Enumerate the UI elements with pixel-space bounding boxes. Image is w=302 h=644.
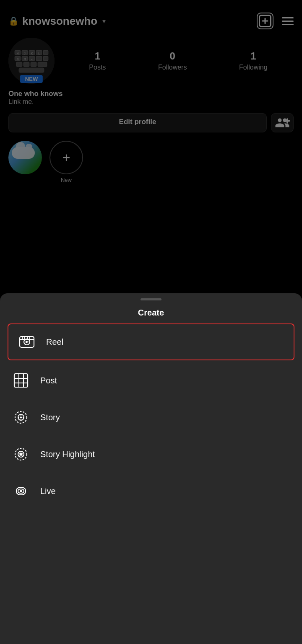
svg-text:J: J — [24, 52, 26, 55]
edit-profile-button[interactable]: Edit profile — [8, 113, 267, 132]
cloud-shape — [12, 147, 35, 159]
svg-text:L: L — [38, 52, 40, 55]
reel-icon — [18, 333, 36, 351]
highlight-item-sky[interactable] — [8, 141, 42, 183]
post-label: Post — [40, 376, 57, 385]
svg-rect-18 — [19, 68, 44, 72]
following-label: Following — [239, 64, 268, 71]
create-post-item[interactable]: Post — [0, 362, 302, 399]
action-buttons: Edit profile — [8, 113, 294, 132]
stat-posts[interactable]: 1 Posts — [89, 50, 106, 71]
display-name: One who knows — [8, 90, 294, 98]
bottom-sheet: Create Reel — [0, 293, 302, 644]
profile-area: 🔒 knowsonewho ▾ — [0, 0, 302, 191]
add-person-icon — [275, 115, 290, 130]
create-live-item[interactable]: Live — [0, 473, 302, 510]
story-icon — [12, 408, 30, 427]
bio-text: Link me. — [8, 98, 294, 106]
stats-row: 1 Posts 0 Followers 1 Following — [63, 50, 294, 71]
hamburger-line-3 — [282, 24, 294, 25]
add-person-button[interactable] — [271, 113, 294, 132]
svg-rect-12 — [36, 56, 42, 61]
menu-button[interactable] — [282, 17, 294, 25]
story-highlight-label: Story Highlight — [40, 450, 95, 459]
hamburger-line-1 — [282, 17, 294, 18]
live-label: Live — [40, 486, 56, 496]
header-left: 🔒 knowsonewho ▾ — [8, 15, 106, 28]
highlight-item-new[interactable]: + New — [49, 141, 83, 183]
reel-label: Reel — [46, 337, 63, 347]
bio-section: One who knows Link me. — [8, 90, 294, 106]
username[interactable]: knowsonewho — [22, 15, 97, 28]
svg-rect-16 — [31, 62, 36, 67]
chevron-down-icon[interactable]: ▾ — [102, 17, 106, 25]
plus-square-icon — [258, 13, 273, 28]
highlight-add-circle[interactable]: + — [49, 141, 83, 174]
create-story-item[interactable]: Story — [0, 399, 302, 436]
highlight-circle-sky — [8, 141, 42, 174]
followers-label: Followers — [158, 64, 187, 71]
highlights-row: + New — [8, 141, 294, 191]
live-icon — [12, 482, 30, 500]
svg-rect-13 — [43, 56, 48, 61]
posts-label: Posts — [89, 64, 106, 71]
story-label: Story — [40, 413, 60, 422]
followers-count: 0 — [170, 50, 175, 62]
svg-rect-15 — [23, 62, 29, 67]
svg-rect-36 — [14, 374, 28, 387]
header-right — [257, 13, 294, 29]
svg-rect-14 — [16, 62, 22, 67]
new-post-button[interactable] — [257, 13, 273, 29]
lock-icon: 🔒 — [8, 16, 19, 26]
svg-text:M: M — [24, 58, 26, 61]
svg-point-51 — [20, 490, 22, 492]
svg-rect-17 — [38, 62, 47, 67]
create-reel-item[interactable]: Reel — [8, 323, 294, 360]
stat-followers[interactable]: 0 Followers — [158, 50, 187, 71]
svg-text:<: < — [31, 58, 33, 61]
highlight-new-label: New — [61, 177, 72, 183]
story-highlight-icon — [12, 445, 30, 463]
new-badge: NEW — [20, 75, 43, 83]
header: 🔒 knowsonewho ▾ — [8, 8, 294, 38]
svg-text:N: N — [17, 58, 18, 61]
create-story-highlight-item[interactable]: Story Highlight — [0, 436, 302, 473]
avatar-container: HJK L NM< NEW — [8, 38, 55, 84]
svg-rect-8 — [43, 50, 48, 55]
hamburger-line-2 — [282, 21, 294, 22]
svg-text:H: H — [17, 52, 18, 55]
posts-count: 1 — [95, 50, 100, 62]
svg-marker-30 — [26, 341, 29, 344]
profile-info-row: HJK L NM< NEW 1 Posts 0 Followers 1 Foll… — [8, 38, 294, 84]
highlight-add-plus-icon: + — [62, 151, 70, 164]
following-count: 1 — [250, 50, 256, 62]
sheet-title: Create — [0, 300, 302, 322]
stat-following[interactable]: 1 Following — [239, 50, 268, 71]
post-icon — [12, 371, 30, 390]
